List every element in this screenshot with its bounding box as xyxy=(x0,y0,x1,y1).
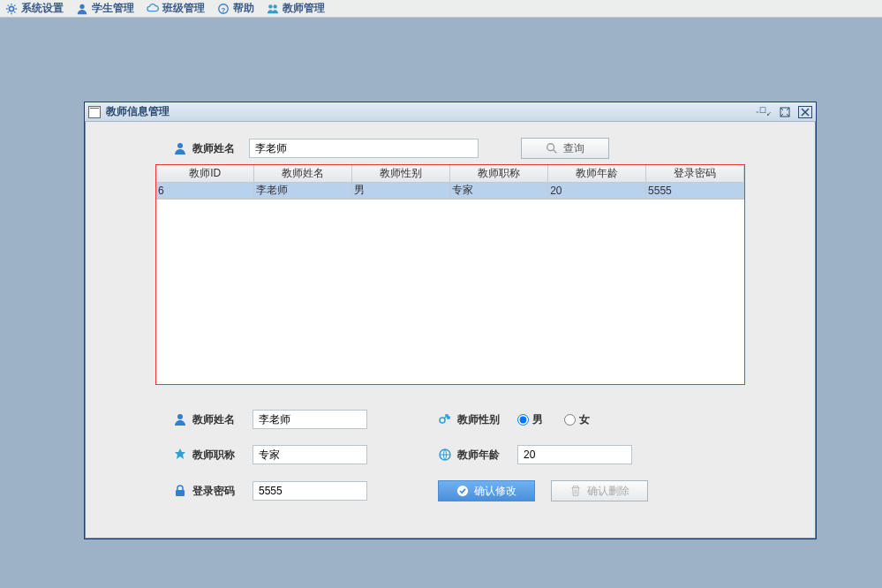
maximize-icon[interactable] xyxy=(777,105,793,119)
svg-point-5 xyxy=(273,4,276,8)
radio-male-label: 男 xyxy=(532,412,543,427)
button-label: 确认删除 xyxy=(587,484,629,499)
menu-item-help[interactable]: ? 帮助 xyxy=(217,1,254,16)
person-icon xyxy=(76,3,88,15)
svg-text:?: ? xyxy=(222,5,226,13)
menu-item-student-mgmt[interactable]: 学生管理 xyxy=(76,1,134,16)
radio-female-input[interactable] xyxy=(564,414,576,426)
search-name-label: 教师姓名 xyxy=(173,141,237,156)
form-gender-label: 教师性别 xyxy=(438,412,501,427)
svg-point-9 xyxy=(547,144,554,151)
globe-icon xyxy=(438,448,452,462)
menu-item-teacher-mgmt[interactable]: 教师管理 xyxy=(267,1,325,16)
svg-point-8 xyxy=(177,143,183,148)
menu-item-class-mgmt[interactable]: 班级管理 xyxy=(147,1,205,16)
menu-label: 班级管理 xyxy=(162,1,205,16)
svg-point-12 xyxy=(447,416,450,419)
close-icon[interactable] xyxy=(798,106,812,118)
lock-icon xyxy=(173,484,187,498)
gender-icon xyxy=(438,412,452,426)
label-text: 教师年龄 xyxy=(457,448,500,463)
confirm-modify-button[interactable]: 确认修改 xyxy=(438,480,535,501)
cell-id: 6 xyxy=(156,183,254,199)
radio-male[interactable]: 男 xyxy=(517,412,543,427)
group-icon xyxy=(267,3,279,15)
table-empty-area xyxy=(156,199,744,384)
age-field[interactable] xyxy=(517,445,632,464)
svg-point-10 xyxy=(177,414,183,419)
label-text: 教师职称 xyxy=(192,448,235,463)
form-age-label: 教师年龄 xyxy=(438,448,501,463)
label-text: 登录密码 xyxy=(192,484,235,499)
radio-female-label: 女 xyxy=(579,412,590,427)
cell-title: 专家 xyxy=(450,183,548,199)
radio-female[interactable]: 女 xyxy=(564,412,590,427)
trash-icon xyxy=(569,485,582,497)
button-label: 确认修改 xyxy=(474,484,516,499)
window-teacher-info-mgmt: 教师信息管理 ☐↙ xyxy=(84,102,817,539)
person-icon xyxy=(173,141,187,155)
search-button[interactable]: 查询 xyxy=(521,138,609,159)
help-icon: ? xyxy=(217,3,230,15)
teacher-table: 教师ID 教师姓名 教师性别 教师职称 教师年龄 登录密码 6 李老师 男 xyxy=(155,164,745,385)
form-name-label: 教师姓名 xyxy=(173,412,237,427)
search-row: 教师姓名 查询 xyxy=(155,138,745,159)
check-circle-icon xyxy=(456,485,469,497)
radio-male-input[interactable] xyxy=(517,414,529,426)
cell-name: 李老师 xyxy=(254,183,352,199)
svg-rect-14 xyxy=(176,490,185,496)
title-field[interactable] xyxy=(253,445,367,464)
table[interactable]: 教师ID 教师姓名 教师性别 教师职称 教师年龄 登录密码 6 李老师 男 xyxy=(156,165,744,199)
table-header-row: 教师ID 教师姓名 教师性别 教师职称 教师年龄 登录密码 xyxy=(156,165,744,183)
col-teacher-name[interactable]: 教师姓名 xyxy=(254,165,352,183)
window-icon xyxy=(88,106,101,118)
search-icon xyxy=(546,142,558,155)
gear-icon xyxy=(5,3,18,15)
button-label: 查询 xyxy=(563,141,584,156)
cell-gender: 男 xyxy=(352,183,450,199)
minimize-dock-icon[interactable]: ☐↙ xyxy=(756,105,772,119)
form-title-label: 教师职称 xyxy=(173,448,237,463)
menu-label: 教师管理 xyxy=(283,1,325,16)
person-icon xyxy=(173,412,187,426)
col-teacher-age[interactable]: 教师年龄 xyxy=(548,165,646,183)
name-field[interactable] xyxy=(253,410,367,429)
label-text: 教师性别 xyxy=(457,412,500,427)
col-teacher-password[interactable]: 登录密码 xyxy=(646,165,744,183)
password-field[interactable] xyxy=(253,481,367,501)
cell-age: 20 xyxy=(548,183,646,199)
titlebar-buttons: ☐↙ xyxy=(756,105,812,119)
menu-label: 学生管理 xyxy=(92,1,134,16)
cloud-icon xyxy=(147,3,159,15)
svg-point-4 xyxy=(268,4,272,8)
window-title: 教师信息管理 xyxy=(106,104,756,119)
titlebar[interactable]: 教师信息管理 ☐↙ xyxy=(85,102,816,122)
col-teacher-id[interactable]: 教师ID xyxy=(156,165,254,183)
confirm-delete-button[interactable]: 确认删除 xyxy=(551,480,648,501)
label-text: 教师姓名 xyxy=(192,141,235,156)
col-teacher-gender[interactable]: 教师性别 xyxy=(352,165,450,183)
svg-point-1 xyxy=(79,4,84,8)
search-name-input[interactable] xyxy=(249,139,479,158)
table-row[interactable]: 6 李老师 男 专家 20 5555 xyxy=(156,183,744,199)
menubar: 系统设置 学生管理 班级管理 ? 帮助 教师管理 xyxy=(0,0,882,18)
cell-password: 5555 xyxy=(646,183,744,199)
menu-label: 帮助 xyxy=(233,1,254,16)
menu-label: 系统设置 xyxy=(21,1,64,16)
label-text: 教师姓名 xyxy=(192,412,235,427)
menu-item-system-settings[interactable]: 系统设置 xyxy=(5,1,64,16)
gender-radio-group: 男 女 xyxy=(517,412,590,427)
desktop: 教师信息管理 ☐↙ xyxy=(0,18,882,588)
badge-icon xyxy=(173,448,187,462)
col-teacher-title[interactable]: 教师职称 xyxy=(450,165,548,183)
window-body: 教师姓名 查询 教师ID 教师姓名 教师性别 xyxy=(85,122,816,539)
form-password-label: 登录密码 xyxy=(173,484,237,499)
edit-form: 教师姓名 教师性别 xyxy=(155,410,745,501)
svg-point-0 xyxy=(9,6,13,11)
